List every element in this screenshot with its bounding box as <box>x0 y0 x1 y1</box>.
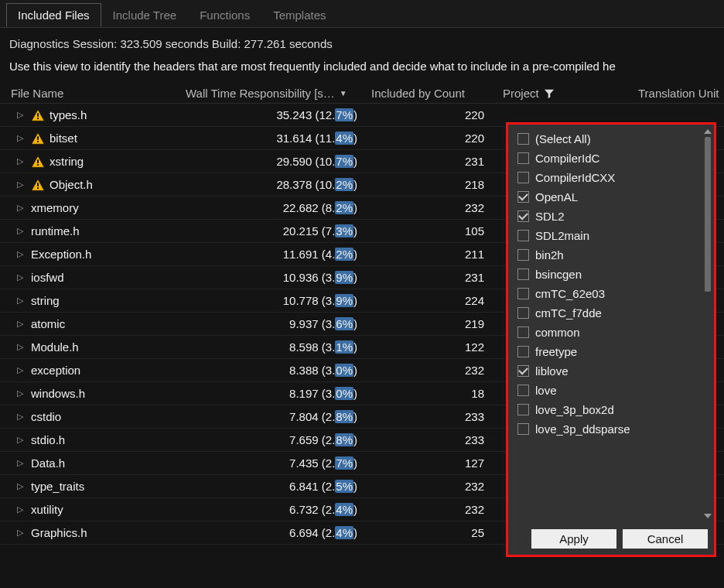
column-header-translation-unit[interactable]: Translation Unit <box>638 87 724 100</box>
checkbox[interactable] <box>517 249 529 261</box>
filter-item-label: bin2h <box>535 248 564 262</box>
expand-icon[interactable]: ▷ <box>17 482 26 491</box>
filter-item[interactable]: CompilerIdC <box>513 149 711 168</box>
tab-include-tree[interactable]: Include Tree <box>101 3 189 27</box>
checkbox[interactable] <box>517 172 529 183</box>
project-filter-list: (Select All)CompilerIdCCompilerIdCXXOpen… <box>508 125 714 523</box>
pct-highlight: 8% <box>335 433 353 446</box>
pct-post: ) <box>353 340 357 354</box>
filter-item[interactable]: bsincgen <box>513 265 711 284</box>
checkbox[interactable] <box>517 385 529 396</box>
filter-item[interactable]: SDL2main <box>513 226 711 245</box>
column-header-file[interactable]: File Name <box>0 87 186 100</box>
svg-rect-0 <box>37 113 39 117</box>
checkbox[interactable] <box>517 423 529 435</box>
column-header-project[interactable]: Project <box>503 87 638 100</box>
cell-wall-time: 28.378 (10.2%) <box>186 178 371 191</box>
filter-item[interactable]: CompilerIdCXX <box>513 168 711 187</box>
checkbox[interactable] <box>517 365 529 377</box>
file-name: xutility <box>31 503 63 516</box>
checkbox[interactable] <box>517 230 529 241</box>
checkbox[interactable] <box>517 404 529 415</box>
scroll-down-icon[interactable] <box>704 514 712 518</box>
cell-included-count: 219 <box>371 317 503 330</box>
tab-templates[interactable]: Templates <box>261 3 337 27</box>
cell-file: ▷runtime.h <box>0 224 186 238</box>
filter-item[interactable]: SDL2 <box>513 207 711 226</box>
cell-file: ▷Module.h <box>0 340 186 354</box>
filter-item-label: bsincgen <box>535 268 582 281</box>
warning-icon <box>31 155 45 169</box>
wall-seconds: 35.243 <box>276 108 312 121</box>
file-name: Data.h <box>31 456 65 470</box>
checkbox[interactable] <box>517 133 529 145</box>
filter-item-label: love_3p_box2d <box>535 403 614 416</box>
pct-highlight: 1% <box>335 340 353 354</box>
wall-seconds: 7.804 <box>289 410 319 423</box>
expand-icon[interactable]: ▷ <box>17 389 26 398</box>
expand-icon[interactable]: ▷ <box>17 180 26 189</box>
expand-icon[interactable]: ▷ <box>17 528 26 537</box>
filter-item[interactable]: freetype <box>513 342 711 361</box>
pct-post: ) <box>353 503 357 516</box>
filter-item[interactable]: love_3p_ddsparse <box>513 419 711 439</box>
checkbox[interactable] <box>517 152 529 164</box>
expand-icon[interactable]: ▷ <box>17 505 26 514</box>
checkbox[interactable] <box>517 268 529 280</box>
filter-item[interactable]: cmTC_f7dde <box>513 303 711 323</box>
filter-item[interactable]: (Select All) <box>513 129 711 149</box>
expand-icon[interactable]: ▷ <box>17 250 26 258</box>
scroll-thumb[interactable] <box>705 137 711 292</box>
checkbox[interactable] <box>517 210 529 222</box>
apply-button[interactable]: Apply <box>531 529 616 549</box>
checkbox[interactable] <box>517 346 529 357</box>
expand-icon[interactable]: ▷ <box>17 111 26 119</box>
expand-icon[interactable]: ▷ <box>17 227 26 235</box>
pct-post: ) <box>353 248 357 261</box>
checkbox[interactable] <box>517 191 529 203</box>
expand-icon[interactable]: ▷ <box>17 157 26 166</box>
filter-scrollbar[interactable] <box>704 129 712 518</box>
column-header-wall[interactable]: Wall Time Responsibility [s… ▼ <box>186 87 371 100</box>
pct-pre: (10. <box>312 178 335 191</box>
pct-pre: (11. <box>312 132 335 145</box>
pct-pre: (3. <box>319 387 336 400</box>
checkbox[interactable] <box>517 307 529 319</box>
checkbox[interactable] <box>517 288 529 299</box>
filter-item[interactable]: cmTC_62e03 <box>513 284 711 303</box>
cell-wall-time: 11.691 (4.2%) <box>186 248 371 261</box>
expand-icon[interactable]: ▷ <box>17 134 26 142</box>
filter-item[interactable]: liblove <box>513 361 711 381</box>
filter-item[interactable]: bin2h <box>513 245 711 265</box>
expand-icon[interactable]: ▷ <box>17 366 26 374</box>
expand-icon[interactable]: ▷ <box>17 320 26 328</box>
expand-icon[interactable]: ▷ <box>17 296 26 305</box>
usage-hint: Use this view to identify the headers th… <box>0 55 724 84</box>
tab-functions[interactable]: Functions <box>188 3 261 27</box>
wall-seconds: 28.378 <box>276 178 312 191</box>
cell-included-count: 232 <box>371 503 503 516</box>
filter-item-label: freetype <box>535 345 577 358</box>
expand-icon[interactable]: ▷ <box>17 203 26 212</box>
cancel-button[interactable]: Cancel <box>623 529 708 549</box>
filter-item[interactable]: love <box>513 381 711 400</box>
column-header-count[interactable]: Included by Count <box>371 87 503 100</box>
filter-item[interactable]: love_3p_box2d <box>513 400 711 419</box>
pct-post: ) <box>353 201 357 214</box>
expand-icon[interactable]: ▷ <box>17 436 26 444</box>
cell-wall-time: 35.243 (12.7%) <box>186 108 371 121</box>
checkbox[interactable] <box>517 326 529 338</box>
expand-icon[interactable]: ▷ <box>17 412 26 421</box>
filter-item[interactable]: common <box>513 323 711 342</box>
tab-included-files[interactable]: Included Files <box>6 3 101 27</box>
pct-pre: (2. <box>319 480 336 493</box>
scroll-up-icon[interactable] <box>704 129 712 134</box>
expand-icon[interactable]: ▷ <box>17 459 26 467</box>
expand-icon[interactable]: ▷ <box>17 343 26 351</box>
wall-seconds: 6.841 <box>289 480 319 493</box>
pct-highlight: 7% <box>335 155 353 168</box>
pct-highlight: 2% <box>335 201 353 214</box>
expand-icon[interactable]: ▷ <box>17 273 26 282</box>
cell-included-count: 105 <box>371 224 503 238</box>
filter-item[interactable]: OpenAL <box>513 187 711 207</box>
